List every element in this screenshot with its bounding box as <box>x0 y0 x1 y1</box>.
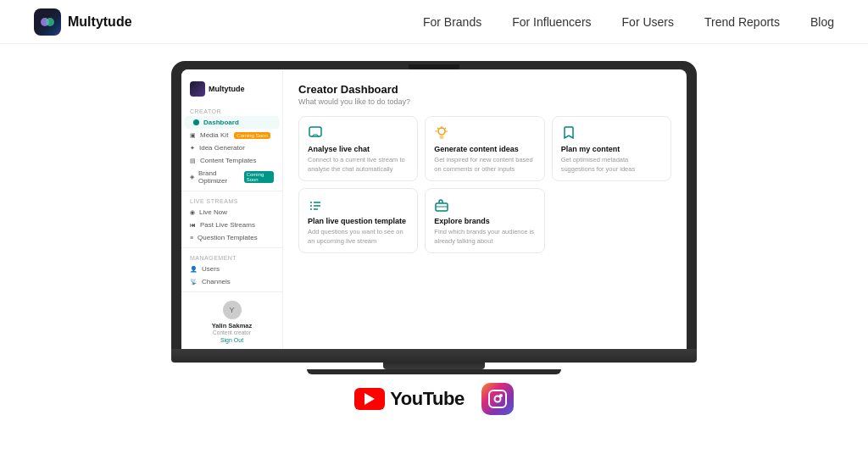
sidebar-item-mediakit[interactable]: ▣ Media Kit Coming Soon <box>181 129 282 141</box>
card-title-question: Plan live question template <box>308 217 409 225</box>
card-title-brands: Explore brands <box>434 217 535 225</box>
instagram-dot-icon <box>499 394 503 397</box>
sidebar-item-idea-generator[interactable]: ✦ Idea Generator <box>181 141 282 154</box>
user-avatar: Y <box>223 301 242 319</box>
bulb-icon <box>434 125 449 141</box>
q-icon: ≡ <box>190 235 193 241</box>
nav-blog[interactable]: Blog <box>810 15 834 29</box>
user-name: Yalin Sakmaz <box>190 322 274 329</box>
card-desc-analyse: Connect to a current live stream to anal… <box>308 156 409 174</box>
card-plan-content[interactable]: Plan my content Get optimised metadata s… <box>552 116 671 181</box>
sidebar-item-live-now[interactable]: ◉ Live Now <box>181 206 282 219</box>
card-analyse-live-chat[interactable]: Analyse live chat Connect to a current l… <box>298 116 418 181</box>
nav-for-brands[interactable]: For Brands <box>423 15 481 29</box>
livenow-icon: ◉ <box>190 209 195 216</box>
card-title-analyse: Analyse live chat <box>308 145 409 153</box>
logo-text: Multytude <box>68 14 132 30</box>
sidebar-divider-3 <box>181 291 282 292</box>
briefcase-icon <box>434 197 449 213</box>
card-question-template[interactable]: Plan live question template Add question… <box>298 188 418 253</box>
svg-point-4 <box>310 202 312 203</box>
youtube-logo[interactable]: YouTube <box>354 388 464 410</box>
sidebar-item-users[interactable]: 👤 Users <box>181 263 282 275</box>
laptop-screen: Multytude CREATOR Dashboard ▣ Media Kit … <box>181 69 687 349</box>
user-role: Content creator <box>190 329 274 335</box>
svg-point-1 <box>46 18 54 26</box>
sidebar-logo-icon <box>190 81 205 97</box>
logo-icon <box>34 8 61 36</box>
optimizer-badge: Coming Soon <box>244 171 274 183</box>
cards-grid: Analyse live chat Connect to a current l… <box>298 116 671 253</box>
card-generate-content[interactable]: Generate content ideas Get inspired for … <box>425 116 544 181</box>
bookmark-icon <box>561 125 576 141</box>
logo-area: Multytude <box>34 8 132 36</box>
sidebar-item-past-streams[interactable]: ⏮ Past Live Streams <box>181 219 282 231</box>
list-icon <box>308 197 323 213</box>
card-desc-brands: Find which brands your audience is alrea… <box>434 228 535 246</box>
laptop-mockup: Multytude CREATOR Dashboard ▣ Media Kit … <box>171 61 697 374</box>
header: Multytude For Brands For Influencers For… <box>0 0 868 44</box>
dashboard-subtitle: What would you like to do today? <box>298 97 671 106</box>
main-content: Multytude CREATOR Dashboard ▣ Media Kit … <box>0 44 868 424</box>
chat-icon <box>308 125 323 141</box>
channels-icon: 📡 <box>190 279 198 285</box>
sidebar-section-management: MANAGEMENT <box>181 252 282 263</box>
svg-point-5 <box>310 205 312 207</box>
app-sidebar: Multytude CREATOR Dashboard ▣ Media Kit … <box>181 69 283 349</box>
sidebar-item-content-templates[interactable]: ▤ Content Templates <box>181 154 282 167</box>
youtube-play-icon <box>364 393 375 405</box>
sidebar-divider-1 <box>181 191 282 191</box>
sidebar-divider-2 <box>181 247 282 248</box>
nav-for-users[interactable]: For Users <box>622 15 674 29</box>
card-desc-question: Add questions you want to see on an upco… <box>308 228 409 246</box>
card-title-plan: Plan my content <box>561 145 662 153</box>
templates-icon: ▤ <box>190 158 196 164</box>
sidebar-section-creator: CREATOR <box>181 105 282 116</box>
card-explore-brands[interactable]: Explore brands Find which brands your au… <box>425 188 544 253</box>
card-desc-plan: Get optimised metadata suggestions for y… <box>561 156 662 174</box>
dashboard-title: Creator Dashboard <box>298 83 671 96</box>
laptop-base <box>171 349 697 363</box>
card-title-generate: Generate content ideas <box>434 145 535 153</box>
sidebar-logo-text: Multytude <box>209 85 245 93</box>
laptop-stand <box>383 363 485 369</box>
sidebar-item-dashboard[interactable]: Dashboard <box>185 116 279 129</box>
nav-for-influencers[interactable]: For Influencers <box>512 15 591 29</box>
sidebar-user: Y Yalin Sakmaz Content creator Sign Out <box>181 296 282 348</box>
sidebar-section-livestreams: LIVE STREAMS <box>181 195 282 206</box>
laptop-screen-outer: Multytude CREATOR Dashboard ▣ Media Kit … <box>171 61 697 349</box>
youtube-text: YouTube <box>390 388 464 410</box>
past-icon: ⏮ <box>190 222 196 228</box>
main-nav: For Brands For Influencers For Users Tre… <box>423 15 834 29</box>
users-icon: 👤 <box>190 266 198 273</box>
sidebar-logo: Multytude <box>181 78 282 105</box>
sidebar-item-channels[interactable]: 📡 Channels <box>181 275 282 288</box>
laptop-foot <box>307 369 561 374</box>
mediakit-badge: Coming Soon <box>234 132 270 139</box>
app-main: Creator Dashboard What would you like to… <box>283 69 687 349</box>
sidebar-item-question-templates[interactable]: ≡ Question Templates <box>181 231 282 244</box>
mediakit-icon: ▣ <box>190 132 196 139</box>
idea-icon: ✦ <box>190 145 195 152</box>
svg-point-6 <box>310 208 312 210</box>
dashboard-dot-icon <box>193 119 199 125</box>
signout-button[interactable]: Sign Out <box>190 337 274 343</box>
sidebar-item-brand-optimizer[interactable]: ◈ Brand Optimizer Coming Soon <box>181 167 282 187</box>
social-row: YouTube <box>354 383 513 415</box>
card-desc-generate: Get inspired for new content based on co… <box>434 156 535 174</box>
optimizer-icon: ◈ <box>190 174 194 180</box>
svg-point-3 <box>438 128 445 135</box>
instagram-icon[interactable] <box>481 383 514 415</box>
nav-trend-reports[interactable]: Trend Reports <box>704 15 780 29</box>
youtube-icon <box>354 388 385 410</box>
laptop-notch <box>409 64 459 69</box>
instagram-frame-icon <box>488 390 507 408</box>
